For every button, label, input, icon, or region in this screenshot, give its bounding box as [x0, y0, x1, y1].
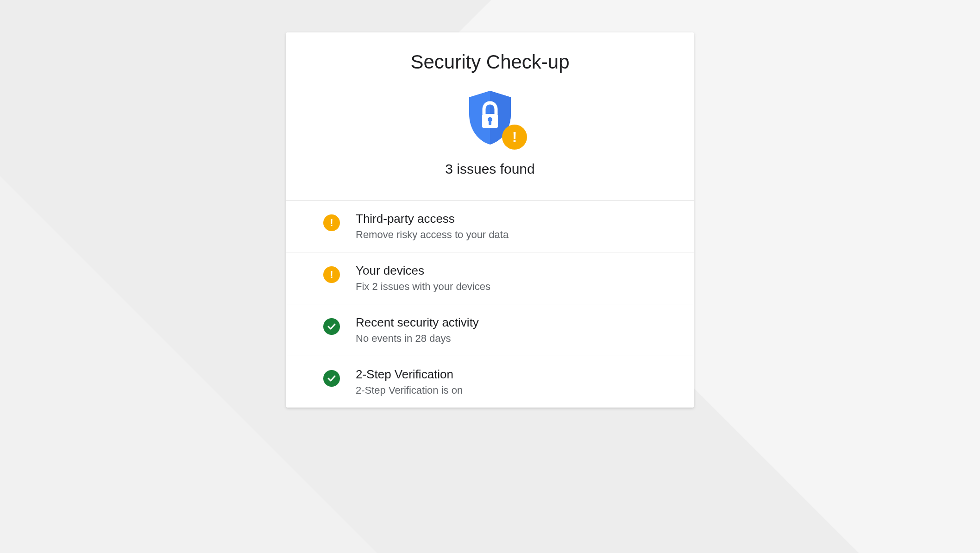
item-content: Your devices Fix 2 issues with your devi…: [356, 264, 675, 293]
item-title: Third-party access: [356, 212, 675, 226]
item-content: 2-Step Verification 2-Step Verification …: [356, 367, 675, 396]
item-subtitle: No events in 28 days: [356, 333, 675, 345]
issues-found-text: 3 issues found: [305, 161, 675, 177]
item-recent-security-activity[interactable]: Recent security activity No events in 28…: [286, 304, 694, 356]
item-content: Third-party access Remove risky access t…: [356, 212, 675, 241]
card-title: Security Check-up: [305, 51, 675, 73]
item-third-party-access[interactable]: ! Third-party access Remove risky access…: [286, 201, 694, 252]
item-title: Your devices: [356, 264, 675, 278]
item-title: 2-Step Verification: [356, 367, 675, 382]
shield-icon-container: !: [305, 87, 675, 147]
checkmark-icon: [323, 370, 340, 387]
svg-rect-2: [489, 119, 491, 125]
security-checkup-card: Security Check-up ! 3 issues found !: [286, 32, 694, 408]
shield-lock-icon: !: [460, 87, 520, 147]
warning-icon: !: [323, 266, 340, 283]
card-header: Security Check-up ! 3 issues found: [286, 32, 694, 201]
item-title: Recent security activity: [356, 315, 675, 330]
item-subtitle: 2-Step Verification is on: [356, 384, 675, 396]
item-2-step-verification[interactable]: 2-Step Verification 2-Step Verification …: [286, 356, 694, 408]
item-content: Recent security activity No events in 28…: [356, 315, 675, 345]
item-your-devices[interactable]: ! Your devices Fix 2 issues with your de…: [286, 252, 694, 304]
checkmark-icon: [323, 318, 340, 335]
warning-icon: !: [323, 214, 340, 231]
item-subtitle: Fix 2 issues with your devices: [356, 281, 675, 293]
warning-badge-icon: !: [502, 125, 527, 150]
item-subtitle: Remove risky access to your data: [356, 229, 675, 241]
